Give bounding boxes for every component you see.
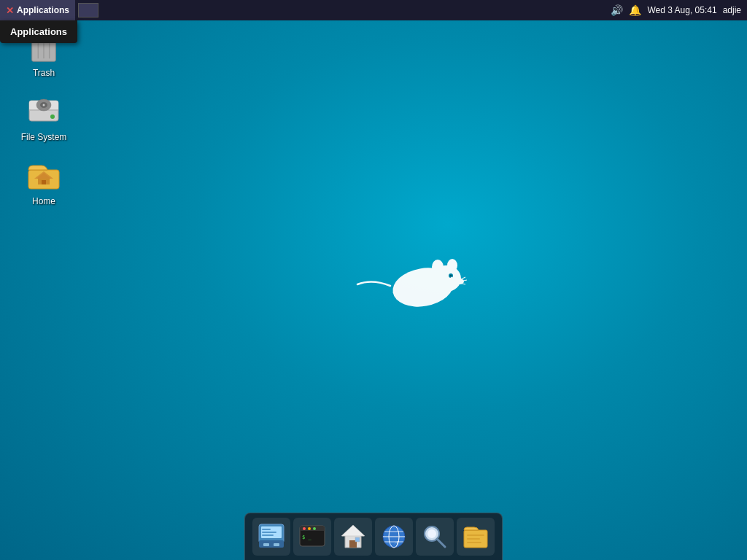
svg-rect-61 xyxy=(467,542,481,543)
mouse-logo xyxy=(350,242,467,318)
applications-tooltip-label: Applications xyxy=(10,26,67,37)
filesystem-label: File System xyxy=(18,131,70,143)
notification-icon[interactable]: 🔔 xyxy=(629,4,641,16)
desktop: ✕ Applications 🔊 🔔 Wed 3 Aug, 05:41 adji… xyxy=(0,0,747,560)
svg-rect-17 xyxy=(42,180,46,184)
svg-point-12 xyxy=(43,104,45,106)
svg-point-23 xyxy=(450,275,452,277)
volume-icon[interactable]: 🔊 xyxy=(611,4,623,16)
applications-label: Applications xyxy=(17,5,69,15)
svg-text:$ _: $ _ xyxy=(302,534,311,540)
svg-rect-59 xyxy=(467,534,484,536)
panel-window-button[interactable] xyxy=(78,3,98,18)
svg-line-57 xyxy=(437,539,445,547)
filesystem-icon xyxy=(26,93,61,128)
svg-point-21 xyxy=(447,259,457,272)
dock-item-search[interactable] xyxy=(416,518,454,556)
username-display: adjie xyxy=(723,5,741,15)
svg-rect-60 xyxy=(467,538,480,540)
panel-right: 🔊 🔔 Wed 3 Aug, 05:41 adjie xyxy=(611,4,747,16)
svg-point-43 xyxy=(313,527,316,530)
svg-rect-36 xyxy=(262,532,276,533)
dock-item-taskmanager[interactable] xyxy=(252,518,290,556)
svg-marker-46 xyxy=(341,525,365,536)
desktop-icon-home[interactable]: Home xyxy=(15,158,73,207)
svg-rect-35 xyxy=(262,529,271,530)
svg-rect-37 xyxy=(262,534,274,536)
datetime-display: Wed 3 Aug, 05:41 xyxy=(647,5,716,15)
desktop-icons-area: Trash File System xyxy=(15,29,73,207)
applications-menu-button[interactable]: ✕ Applications xyxy=(0,0,75,20)
svg-point-20 xyxy=(432,260,444,274)
dock-item-browser[interactable] xyxy=(375,518,413,556)
desktop-icon-filesystem[interactable]: File System xyxy=(15,93,73,143)
trash-label: Trash xyxy=(30,67,58,79)
svg-point-13 xyxy=(50,114,55,119)
svg-point-41 xyxy=(303,527,306,530)
home-icon xyxy=(26,158,61,192)
dock: $ _ xyxy=(244,513,503,560)
svg-point-56 xyxy=(427,529,436,538)
x-logo-icon: ✕ xyxy=(6,5,14,16)
svg-point-42 xyxy=(308,527,311,530)
dock-item-terminal[interactable]: $ _ xyxy=(293,518,331,556)
svg-rect-34 xyxy=(274,543,279,546)
panel-window-area xyxy=(78,3,98,18)
svg-rect-48 xyxy=(355,537,360,542)
top-panel: ✕ Applications 🔊 🔔 Wed 3 Aug, 05:41 adji… xyxy=(0,0,747,20)
dock-item-home-folder[interactable] xyxy=(334,518,372,556)
dock-item-files[interactable] xyxy=(457,518,495,556)
svg-rect-31 xyxy=(259,540,284,548)
home-label: Home xyxy=(29,195,58,207)
svg-rect-33 xyxy=(263,543,269,546)
applications-tooltip: Applications xyxy=(0,20,77,43)
